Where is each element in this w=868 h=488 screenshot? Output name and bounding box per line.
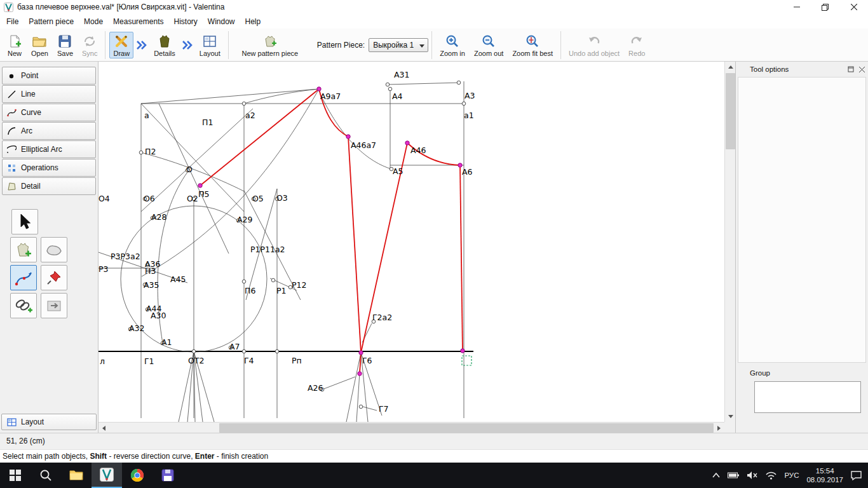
tray-language-button[interactable]: РУС: [784, 471, 799, 479]
vertical-scrollbar[interactable]: [724, 62, 735, 422]
drawing-canvas[interactable]: А31А4А3А9а7аП1а2а1П2А46а7А46А5А6ОП5О4О6О…: [98, 62, 735, 433]
category-line[interactable]: Line: [2, 85, 96, 103]
right-dock: Tool options Group: [735, 62, 868, 433]
open-button[interactable]: Open: [27, 32, 52, 58]
taskbar-search-button[interactable]: [31, 463, 61, 488]
toolbox-layout-button[interactable]: Layout: [1, 414, 97, 430]
union-tool-button[interactable]: [41, 237, 67, 262]
menu-file[interactable]: File: [1, 15, 24, 28]
maximize-button[interactable]: [811, 0, 839, 14]
save-button[interactable]: Save: [53, 32, 77, 58]
zoom-in-button[interactable]: Zoom in: [436, 32, 469, 58]
details-mode-button[interactable]: Details: [150, 32, 179, 58]
category-detail[interactable]: Detail: [2, 177, 96, 195]
category-arc[interactable]: Arc: [2, 122, 96, 140]
svg-text:А35: А35: [144, 280, 159, 290]
minimize-icon: [794, 4, 800, 10]
spline-arrow-icon: [14, 269, 33, 287]
move-to-layer-tool-button[interactable]: [41, 293, 67, 318]
search-icon: [39, 469, 52, 482]
windows-logo-icon: [10, 470, 21, 481]
new-pattern-piece-icon: [262, 34, 278, 49]
add-detail-tool-button[interactable]: [10, 237, 37, 262]
spline-path-tool-button[interactable]: [10, 265, 37, 290]
sync-button[interactable]: Sync: [78, 32, 101, 58]
scroll-down-button[interactable]: [725, 411, 736, 422]
undo-button[interactable]: Undo add object: [565, 32, 623, 58]
arrow-tool-button[interactable]: [11, 209, 38, 234]
horizontal-scrollbar[interactable]: [98, 422, 724, 433]
menu-pattern-piece[interactable]: Pattern piece: [24, 15, 79, 28]
group-header: Group: [736, 367, 868, 379]
svg-text:П6: П6: [245, 286, 255, 295]
action-center-button[interactable]: [851, 471, 862, 480]
svg-text:А46а7: А46а7: [351, 140, 376, 150]
menu-measurements[interactable]: Measurements: [108, 15, 168, 28]
category-point[interactable]: Point: [2, 67, 96, 85]
redo-button[interactable]: Redo: [625, 32, 649, 58]
scroll-right-button[interactable]: [714, 423, 724, 433]
toolbar-separator: [560, 31, 561, 59]
svg-text:Рп: Рп: [292, 356, 302, 365]
menu-history[interactable]: History: [168, 15, 202, 28]
taskbar-valentina-button[interactable]: [92, 463, 122, 488]
close-panel-button[interactable]: [857, 65, 866, 74]
scroll-left-button[interactable]: [98, 423, 109, 433]
menu-help[interactable]: Help: [240, 15, 266, 28]
taskbar-explorer-button[interactable]: [61, 463, 92, 488]
svg-text:А3: А3: [465, 91, 475, 100]
draw-pencils-icon: [114, 34, 129, 49]
start-button[interactable]: [0, 463, 31, 488]
svg-text:Г7: Г7: [379, 404, 389, 414]
svg-text:А32: А32: [129, 323, 144, 333]
draw-mode-button[interactable]: Draw: [109, 32, 133, 58]
sync-icon: [82, 34, 97, 49]
minimize-button[interactable]: [782, 0, 811, 14]
category-operations[interactable]: Operations: [2, 159, 96, 177]
svg-text:О3: О3: [276, 193, 288, 203]
menu-mode[interactable]: Mode: [79, 15, 108, 28]
details-piece-icon: [157, 34, 172, 49]
svg-text:а1: а1: [464, 111, 474, 120]
tray-clock-button[interactable]: 15:54 08.09.2017: [806, 466, 843, 484]
svg-text:О6: О6: [144, 194, 155, 203]
windows-taskbar: РУС 15:54 08.09.2017: [0, 463, 868, 488]
zoom-fit-best-button[interactable]: Zoom fit best: [508, 32, 557, 58]
horizontal-scroll-thumb[interactable]: [219, 423, 714, 433]
category-curve[interactable]: Curve: [2, 104, 96, 121]
new-button[interactable]: New: [3, 32, 26, 58]
floppy-app-icon: [161, 469, 174, 482]
valentina-window: база плечевое верхнее.val* [Юлия Свирска…: [0, 0, 868, 488]
pattern-piece-combobox[interactable]: Выкройка 1: [369, 38, 428, 52]
svg-text:А28: А28: [151, 212, 167, 222]
menu-window[interactable]: Window: [203, 15, 240, 28]
toolbar-separator: [105, 31, 105, 59]
category-elliptical-arc[interactable]: Elliptical Arc: [2, 140, 96, 158]
group-tool-button[interactable]: [10, 293, 37, 318]
tray-battery-button[interactable]: [728, 472, 739, 478]
taskbar-chrome-button[interactable]: [122, 463, 153, 488]
close-button[interactable]: [839, 0, 868, 14]
group-list[interactable]: [754, 381, 861, 413]
svg-text:А45: А45: [170, 274, 186, 284]
pattern-drawing[interactable]: А31А4А3А9а7аП1а2а1П2А46а7А46А5А6ОП5О4О6О…: [98, 62, 724, 422]
zoom-out-button[interactable]: Zoom out: [470, 32, 507, 58]
network-icon: [766, 471, 776, 480]
vertical-scroll-thumb[interactable]: [726, 73, 735, 149]
curve-icon: [7, 108, 17, 118]
pin-tool-button[interactable]: [41, 265, 67, 290]
tray-chevron-button[interactable]: [712, 473, 720, 478]
scroll-up-button[interactable]: [725, 62, 736, 72]
tray-network-button[interactable]: [766, 471, 776, 480]
open-folder-icon: [32, 34, 47, 49]
tray-volume-button[interactable]: [747, 471, 758, 480]
layout-mode-button[interactable]: Layout: [196, 32, 224, 58]
system-tray: РУС 15:54 08.09.2017: [712, 463, 865, 488]
arrow-up-icon: [728, 65, 733, 69]
add-piece-icon: [15, 241, 32, 259]
float-panel-button[interactable]: [846, 65, 855, 74]
point-icon: [7, 71, 17, 81]
new-pattern-piece-button[interactable]: New pattern piece: [233, 32, 308, 58]
taskbar-save-app-button[interactable]: [153, 463, 183, 488]
svg-text:А46: А46: [410, 146, 426, 155]
